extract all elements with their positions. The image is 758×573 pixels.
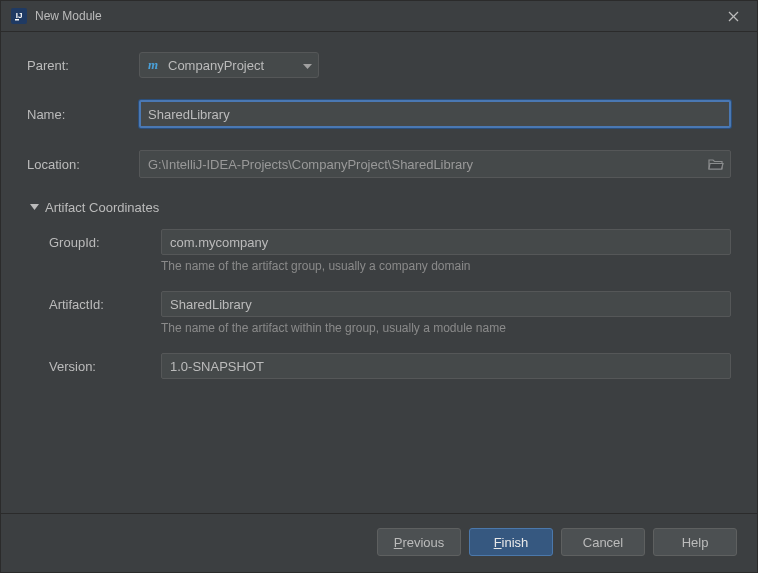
artifact-coordinates-label: Artifact Coordinates [45, 200, 159, 215]
artifactid-label: ArtifactId: [27, 297, 161, 312]
folder-open-icon [708, 157, 724, 171]
location-label: Location: [27, 157, 139, 172]
version-input[interactable] [161, 353, 731, 379]
artifactid-input[interactable] [161, 291, 731, 317]
artifact-coordinates-toggle[interactable]: Artifact Coordinates [27, 200, 731, 215]
parent-combobox[interactable]: m CompanyProject [139, 52, 319, 78]
svg-text:IJ: IJ [16, 11, 23, 20]
previous-button[interactable]: Previous [377, 528, 461, 556]
close-button[interactable] [719, 2, 747, 30]
intellij-icon: IJ [11, 8, 27, 24]
help-button[interactable]: Help [653, 528, 737, 556]
artifactid-hint: The name of the artifact within the grou… [27, 321, 731, 335]
dialog-footer: Previous Finish Cancel Help [1, 513, 757, 572]
new-module-dialog: IJ New Module Parent: m CompanyProject [0, 0, 758, 573]
groupid-label: GroupId: [27, 235, 161, 250]
parent-value: CompanyProject [168, 58, 283, 73]
groupid-input[interactable] [161, 229, 731, 255]
close-icon [728, 11, 739, 22]
location-field[interactable]: G:\IntelliJ-IDEA-Projects\CompanyProject… [139, 150, 731, 178]
location-value: G:\IntelliJ-IDEA-Projects\CompanyProject… [148, 157, 708, 172]
finish-button[interactable]: Finish [469, 528, 553, 556]
version-label: Version: [27, 359, 161, 374]
name-input[interactable] [139, 100, 731, 128]
cancel-button[interactable]: Cancel [561, 528, 645, 556]
svg-text:m: m [148, 57, 158, 72]
name-label: Name: [27, 107, 139, 122]
browse-folder-button[interactable] [708, 157, 724, 171]
maven-icon: m [146, 57, 162, 73]
parent-label: Parent: [27, 58, 139, 73]
dialog-content: Parent: m CompanyProject Name: L [1, 32, 757, 513]
window-title: New Module [35, 9, 719, 23]
titlebar: IJ New Module [1, 1, 757, 32]
chevron-down-icon [303, 58, 312, 73]
groupid-hint: The name of the artifact group, usually … [27, 259, 731, 273]
triangle-down-icon [27, 204, 41, 211]
